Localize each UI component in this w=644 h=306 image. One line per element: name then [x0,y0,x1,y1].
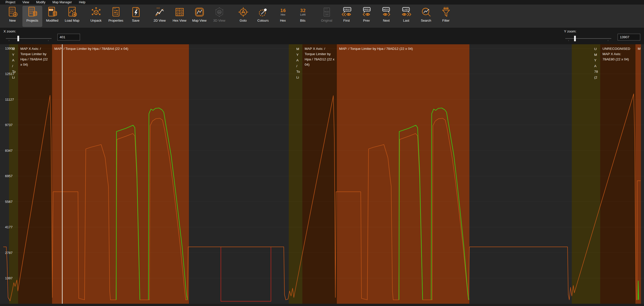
first-eye-icon: FIRST [341,6,352,18]
map-view-button[interactable]: Map View [189,6,209,27]
svg-text:0101: 0101 [29,8,33,10]
svg-text:0101: 0101 [10,8,14,10]
zoom-controls-row: X zoom: Y zoom: [0,28,644,44]
y-zoom-slider-track [565,38,611,39]
search-trend-icon [420,6,432,18]
map-region-header-xaxis-78AD12: MAP X Axis: / Torque Limiter by Hpa / 78… [302,44,337,304]
svg-text:32: 32 [300,8,305,13]
svg-text:FIRST: FIRST [344,8,351,11]
y-axis-tick-label: 4177 [5,225,13,229]
x-zoom-slider-track [6,38,52,39]
new-button[interactable]: 01010101001New [3,6,22,27]
y-zoom-value-input[interactable] [618,34,640,41]
y-axis-tick-label: 6957 [5,174,13,178]
svg-text:MOD: MOD [49,9,53,11]
y-axis-tick-label: 8347 [5,148,13,152]
svg-text:00: 00 [180,14,182,16]
bits-32-icon: 32LoHi [297,6,309,18]
y-axis-tick-label: 12517 [5,72,15,76]
svg-text:3D: 3D [218,11,221,13]
map-region-header-map-clipped-right: M [635,44,641,304]
properties-icon [110,6,122,18]
x-zoom-slider-thumb[interactable] [17,36,19,41]
original-button: MODORIOriginal [317,6,337,27]
y-zoom-slider-thumb[interactable] [574,36,576,41]
map-region-header-xaxis-78AE80: UNRECOGNISED MAP X Axis: 78AE80 (22 x 04… [600,44,635,304]
hex-button[interactable]: 16HexHex [273,6,293,27]
load-map-button[interactable]: Load Map [62,6,82,27]
svg-text:0101: 0101 [29,10,33,12]
menu-view[interactable]: View [19,1,33,4]
save-button[interactable]: Save [126,6,146,27]
next-button[interactable]: NEXTNext [376,6,396,27]
svg-text:1010: 1010 [156,7,160,9]
hex-view-button[interactable]: EBF652008000Hex View [170,6,189,27]
map-view-icon [194,6,205,18]
map-region-header-xaxis-78ABA4: MAP X Axis: / Torque Limiter by Hpa / 78… [18,44,52,304]
menu-help[interactable]: Help [75,1,89,4]
svg-text:LAST: LAST [403,8,409,11]
chart-labels-layer: MYA/ToLiMAP X Axis: / Torque Limiter by … [0,44,644,304]
save-lightning-icon [130,6,142,18]
svg-text:EB: EB [176,9,178,11]
chart-2d-icon: 1010 [154,6,166,18]
hex-16-icon: 16Hex [277,6,289,18]
modified-document-icon: MOD [47,6,58,18]
projects-stack-icon: 01010101001 [27,6,38,18]
unpack-box-icon [90,6,102,18]
menu-map-manager[interactable]: Map Manager [49,1,75,4]
svg-text:MOD: MOD [324,10,329,13]
first-button[interactable]: FIRSTFirst [337,6,356,27]
y-zoom-label: Y zoom: [564,29,576,33]
modified-button[interactable]: MODModified [42,6,62,27]
filter-button[interactable]: Filter [436,6,456,27]
map-region-header-map-78ABA4: MAP: / Torque Limiter by Hpa / 78ABA4 (2… [52,44,189,304]
next-eye-icon: NEXT [381,6,392,18]
svg-text:16: 16 [280,8,286,13]
properties-button[interactable]: Properties [106,6,126,27]
projects-button[interactable]: 01010101001Projects [22,6,42,27]
y-axis-tick-label: 1397 [5,276,13,280]
y-zoom-slider[interactable] [565,36,611,41]
last-eye-icon: LAST [400,6,412,18]
search-button[interactable]: Search [416,6,436,27]
original-toggle-icon: MODORI [321,6,333,18]
cube-3d-icon: 3D [214,6,225,18]
map-region-header-map-78AD12: MAP: / Torque Limiter by Hpa / 78AD12 (2… [337,44,469,304]
y-axis-tick-label: 5567 [5,200,13,203]
goto-target-icon [237,6,249,18]
last-button[interactable]: LASTLast [396,6,416,27]
svg-text:00: 00 [180,11,182,13]
main-toolbar: 01010101001New 01010101001Projects MODMo… [0,5,644,28]
2d-view-button[interactable]: 10102D View [150,6,170,27]
goto-button[interactable]: Goto [233,6,253,27]
y-axis-tick-label: 2787 [5,251,13,254]
position-cursor-line [62,44,63,304]
map-chart-area[interactable]: MYA/ToLiMAP X Axis: / Torque Limiter by … [0,44,644,306]
svg-text:001: 001 [10,12,13,14]
y-axis-tick-label: 11127 [5,97,14,101]
3d-view-button: 3D3D View [209,6,229,27]
prev-button[interactable]: PREVPrev [356,6,376,27]
hex-grid-icon: EBF652008000 [174,6,185,18]
chart-bottom-margin [0,304,644,306]
x-zoom-slider[interactable] [6,36,52,41]
x-zoom-label: X zoom: [4,29,16,33]
unpack-button[interactable]: Unpack [86,6,106,27]
x-zoom-value-input[interactable] [57,34,80,41]
svg-text:80: 80 [176,14,178,16]
svg-text:52: 52 [176,11,178,13]
svg-text:F6: F6 [180,9,182,11]
menu-project[interactable]: Project [2,1,19,4]
svg-text:NEXT: NEXT [383,8,389,11]
svg-text:001: 001 [29,12,32,14]
map-editor-window: Project View Modify Map Manager Help 010… [0,0,644,306]
menu-modify[interactable]: Modify [33,1,49,4]
load-map-icon [66,6,78,18]
menu-bar: Project View Modify Map Manager Help [0,0,644,5]
new-document-icon: 01010101001 [7,6,18,18]
bits-button[interactable]: 32LoHiBits [293,6,313,27]
svg-text:LoHi: LoHi [300,13,305,16]
filter-funnel-icon [440,6,452,18]
colours-button[interactable]: Colours [253,6,273,27]
